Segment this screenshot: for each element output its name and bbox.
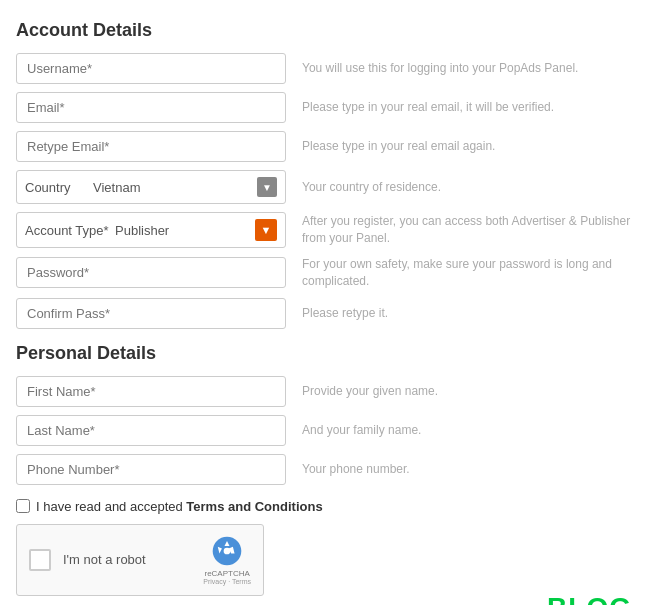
retype-email-row: Please type in your real email again. [16,131,656,162]
username-input[interactable] [16,53,286,84]
country-hint: Your country of residence. [286,179,656,196]
first-name-row: Provide your given name. [16,376,656,407]
country-field-wrap: Country Vietnam ▼ [16,170,286,204]
confirm-pass-input[interactable] [16,298,286,329]
last-name-input[interactable] [16,415,286,446]
terms-row: I have read and accepted Terms and Condi… [16,499,656,514]
recaptcha-icon [211,535,243,567]
svg-point-0 [224,547,231,554]
phone-row: Your phone number. [16,454,656,485]
personal-section-title: Personal Details [16,343,656,364]
retype-email-input[interactable] [16,131,286,162]
phone-input[interactable] [16,454,286,485]
account-type-hint: After you register, you can access both … [286,213,656,247]
captcha-checkbox[interactable] [29,549,51,571]
captcha-logo: reCAPTCHA Privacy · Terms [203,535,251,585]
phone-field-wrap [16,454,286,485]
first-name-field-wrap [16,376,286,407]
page-wrapper: Account Details You will use this for lo… [16,20,656,605]
terms-checkbox[interactable] [16,499,30,513]
country-row: Country Vietnam ▼ Your country of reside… [16,170,656,204]
account-type-label: Account Type* [25,223,115,238]
email-hint: Please type in your real email, it will … [286,99,656,116]
captcha-label: I'm not a robot [63,552,203,567]
country-value: Vietnam [85,180,257,195]
account-section-title: Account Details [16,20,656,41]
email-input[interactable] [16,92,286,123]
account-type-row: Account Type* Publisher ▼ After you regi… [16,212,656,248]
username-row: You will use this for logging into your … [16,53,656,84]
captcha-box[interactable]: I'm not a robot reCAPTCHA Privacy · Term… [16,524,264,596]
password-field-wrap [16,257,286,288]
confirm-pass-field-wrap [16,298,286,329]
email-field-wrap [16,92,286,123]
password-hint: For your own safety, make sure your pass… [286,256,656,290]
retype-email-field-wrap [16,131,286,162]
captcha-links: Privacy · Terms [203,578,251,585]
confirm-pass-row: Please retype it. [16,298,656,329]
country-label: Country [25,180,85,195]
retype-email-hint: Please type in your real email again. [286,138,656,155]
password-row: For your own safety, make sure your pass… [16,256,656,290]
account-type-select[interactable]: Account Type* Publisher ▼ [16,212,286,248]
account-type-dropdown-icon[interactable]: ▼ [255,219,277,241]
account-type-field-wrap: Account Type* Publisher ▼ [16,212,286,248]
account-type-value: Publisher [115,223,255,238]
username-hint: You will use this for logging into your … [286,60,656,77]
email-row: Please type in your real email, it will … [16,92,656,123]
phone-hint: Your phone number. [286,461,656,478]
first-name-hint: Provide your given name. [286,383,656,400]
first-name-input[interactable] [16,376,286,407]
blog-watermark: BLOG [547,592,632,605]
captcha-brand: reCAPTCHA [204,569,249,578]
username-field-wrap [16,53,286,84]
confirm-pass-hint: Please retype it. [286,305,656,322]
last-name-hint: And your family name. [286,422,656,439]
country-dropdown-icon[interactable]: ▼ [257,177,277,197]
last-name-row: And your family name. [16,415,656,446]
terms-text: I have read and accepted Terms and Condi… [36,499,323,514]
last-name-field-wrap [16,415,286,446]
password-input[interactable] [16,257,286,288]
country-select[interactable]: Country Vietnam ▼ [16,170,286,204]
